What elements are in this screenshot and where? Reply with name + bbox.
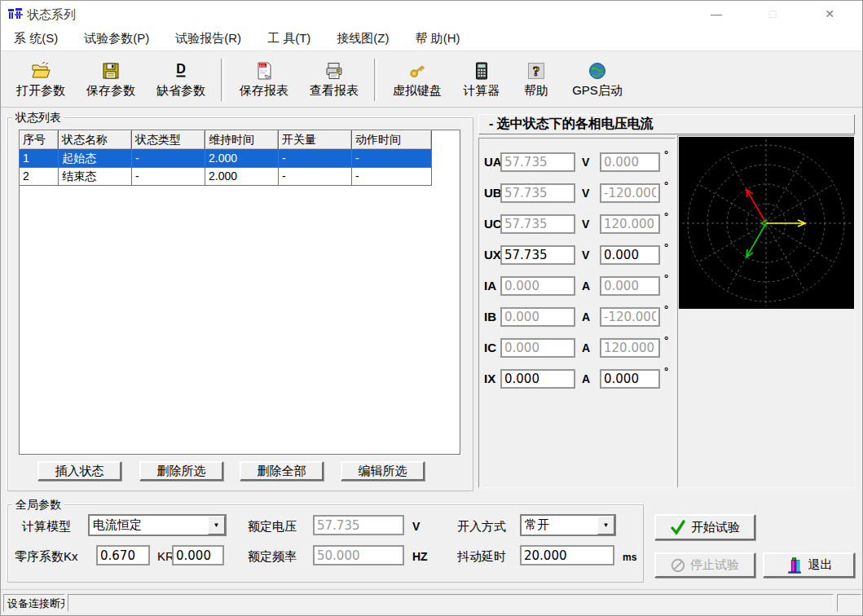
insert-state-button[interactable]: 插入状态 — [37, 461, 121, 481]
help-icon: ? — [526, 60, 547, 81]
svg-text:?: ? — [533, 64, 540, 79]
jitter-delay-input[interactable] — [520, 545, 614, 565]
input-mode-combobox[interactable]: 常开 ▼ — [520, 514, 616, 536]
ua-magnitude-input — [500, 152, 575, 172]
close-icon: ✕ — [825, 7, 834, 20]
toolbar-label: 打开参数 — [16, 83, 65, 99]
button-label: 开始试验 — [691, 520, 740, 535]
menu-help[interactable]: 帮 助(H) — [407, 28, 468, 50]
degree-symbol: ° — [664, 210, 668, 222]
menu-test-report[interactable]: 试验报告(R) — [167, 28, 249, 50]
cell: - — [352, 150, 432, 168]
field-unit: A — [582, 372, 590, 385]
cell: - — [352, 168, 432, 186]
chevron-down-icon[interactable]: ▼ — [208, 516, 225, 535]
svg-text:D: D — [176, 62, 186, 76]
open-folder-icon — [30, 60, 51, 81]
ix-magnitude-input[interactable] — [500, 369, 575, 389]
vector-ub — [746, 223, 766, 257]
device-status: 设备连接断开 — [3, 594, 65, 612]
rated-freq-label: 额定频率 — [248, 549, 297, 565]
rated-freq-input — [313, 545, 404, 565]
cell: 起始态 — [59, 150, 132, 168]
column-header[interactable]: 序号 — [20, 130, 59, 150]
toolbar-label: 保存报表 — [240, 83, 288, 99]
global-params-group-title: 全局参数 — [12, 499, 64, 510]
ux-magnitude-input[interactable] — [500, 245, 575, 265]
column-header[interactable]: 维持时间 — [205, 130, 279, 150]
toolbar-separator — [374, 59, 377, 101]
calc-model-combobox[interactable]: 电流恒定 ▼ — [88, 514, 227, 536]
default-params-button[interactable]: D 缺省参数 — [146, 56, 216, 103]
toolbar: 打开参数 保存参数 D 缺省参数 EXL 保存报表 查看报表 — [1, 52, 862, 108]
uc-angle-input — [600, 214, 660, 234]
open-params-button[interactable]: 打开参数 — [6, 56, 76, 103]
degree-symbol: ° — [664, 179, 668, 191]
printer-icon — [324, 60, 345, 81]
status-table[interactable]: 序号 状态名称 状态类型 维持时间 开关量 动作时间 1 起始态 - 2.000… — [19, 130, 460, 455]
calc-model-value: 电流恒定 — [90, 517, 208, 533]
column-header[interactable]: 开关量 — [279, 130, 352, 150]
field-unit: A — [582, 310, 590, 323]
ib-magnitude-input — [500, 307, 575, 327]
help-button[interactable]: ? 帮助 — [511, 56, 561, 103]
minimize-button[interactable]: — — [698, 1, 735, 26]
maximize-button[interactable]: □ — [754, 1, 791, 26]
menu-bar: 系 统(S) 试验参数(P) 试验报告(R) 工 具(T) 接线图(Z) 帮 助… — [1, 27, 862, 51]
save-floppy-icon — [100, 60, 121, 81]
field-label-ia: IA — [484, 279, 496, 293]
save-params-button[interactable]: 保存参数 — [76, 56, 146, 103]
cell: 1 — [20, 150, 59, 168]
status-bar: 设备连接断开 — [1, 589, 862, 616]
view-report-button[interactable]: 查看报表 — [299, 56, 369, 103]
ux-angle-input[interactable] — [600, 245, 660, 265]
edit-selected-button[interactable]: 编辑所选 — [341, 461, 425, 481]
save-report-button[interactable]: EXL 保存报表 — [229, 56, 299, 103]
gps-start-button[interactable]: GPS启动 — [561, 56, 633, 103]
ia-angle-input — [600, 276, 660, 296]
phasor-panel — [677, 135, 855, 488]
kr-input[interactable] — [172, 545, 224, 565]
rated-voltage-label: 额定电压 — [248, 519, 297, 535]
menu-system[interactable]: 系 统(S) — [6, 28, 66, 50]
start-test-button[interactable]: 开始试验 — [654, 514, 755, 540]
button-label: 删除全部 — [258, 464, 306, 479]
field-label-uc: UC — [484, 217, 502, 231]
table-row[interactable]: 1 起始态 - 2.000 - - — [20, 150, 460, 168]
degree-symbol: ° — [664, 334, 668, 346]
table-row[interactable]: 2 结束态 - 2.000 - - — [20, 168, 460, 186]
app-icon — [8, 7, 23, 20]
delete-selected-button[interactable]: 删除所选 — [139, 461, 223, 481]
zero-seq-kx-label: 零序系数Kx — [15, 549, 78, 565]
toolbar-label: 虚拟键盘 — [393, 83, 442, 99]
column-header[interactable]: 动作时间 — [352, 130, 432, 150]
button-label: 删除所选 — [157, 464, 206, 479]
field-label-ix: IX — [484, 372, 495, 385]
ic-angle-input — [600, 338, 660, 358]
calculator-button[interactable]: 计算器 — [452, 56, 511, 103]
column-header[interactable]: 状态类型 — [132, 130, 205, 150]
field-label-ub: UB — [484, 186, 502, 200]
exit-button[interactable]: 退出 — [763, 552, 855, 578]
jitter-delay-label: 抖动延时 — [457, 549, 506, 565]
column-header[interactable]: 状态名称 — [59, 130, 132, 150]
toolbar-label: 查看报表 — [310, 83, 359, 99]
close-button[interactable]: ✕ — [811, 1, 848, 26]
delete-all-button[interactable]: 删除全部 — [240, 461, 324, 481]
menu-tools[interactable]: 工 具(T) — [259, 28, 319, 50]
degree-symbol: ° — [664, 241, 668, 253]
menu-wiring-diagram[interactable]: 接线图(Z) — [328, 28, 397, 50]
stop-icon — [671, 558, 685, 573]
button-label: 退出 — [808, 557, 833, 573]
chevron-down-icon[interactable]: ▼ — [597, 516, 614, 535]
calculator-icon — [471, 60, 492, 81]
zero-seq-kx-input[interactable] — [96, 545, 150, 565]
ub-angle-input — [600, 183, 660, 203]
ic-magnitude-input — [500, 338, 575, 358]
virtual-keyboard-button[interactable]: 虚拟键盘 — [382, 56, 452, 103]
button-label: 插入状态 — [55, 464, 104, 479]
menu-test-params[interactable]: 试验参数(P) — [76, 28, 157, 50]
toolbar-label: 缺省参数 — [156, 83, 205, 99]
window-title: 状态系列 — [27, 7, 76, 23]
ix-angle-input[interactable] — [600, 369, 660, 389]
